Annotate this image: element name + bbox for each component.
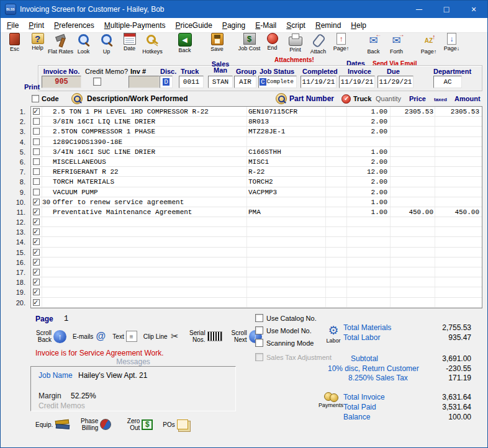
due-date-field[interactable]: 11/29/21 [377,76,413,88]
row-print-checkbox[interactable] [33,208,40,215]
row-print-checkbox[interactable] [33,259,40,266]
option-checkbox[interactable] [255,326,263,334]
row-print-checkbox[interactable] [33,238,40,245]
row-print-checkbox[interactable] [33,249,40,256]
row-print-checkbox[interactable] [33,148,40,155]
table-row[interactable] [31,287,482,297]
tool-button[interactable]: POs [163,419,188,429]
footer-button[interactable]: Serial Nos. [187,329,222,343]
table-row[interactable] [31,217,482,227]
toolbar-button[interactable]: Hotkeys [141,33,164,55]
truck-field[interactable]: 0011 [179,76,204,88]
option-checkbox[interactable] [255,353,263,361]
part-search-icon[interactable] [276,93,287,104]
table-row[interactable] [31,227,482,237]
row-print-checkbox[interactable] [33,168,40,175]
toolbar-button[interactable]: Esc [3,33,26,52]
toolbar-button[interactable]: Date [118,33,141,52]
table-row[interactable]: 3/4IN 16CI SUC LINE DRIER C166STHH 1.00 [31,147,482,157]
row-print-checkbox[interactable] [33,299,40,306]
toolbar-button[interactable]: Forth [385,33,408,55]
maximize-button[interactable]: □ [433,1,460,18]
footer-button[interactable]: Text [112,331,137,342]
table-row[interactable] [31,277,482,287]
row-print-checkbox[interactable] [33,269,40,276]
menu-item[interactable]: E-Mail [250,19,281,32]
row-print-checkbox[interactable] [33,118,40,125]
menu-item[interactable]: Preferences [49,19,99,32]
row-print-checkbox[interactable] [33,218,40,225]
table-row[interactable]: 3/8IN 16CI LIQ LINE DRIER 8R013 2.00 [31,117,482,127]
table-row[interactable] [31,267,482,277]
table-row[interactable] [31,237,482,247]
minimize-button[interactable]: ─ [405,1,433,18]
toolbar-button[interactable]: Page↓ [440,33,463,52]
tool-button[interactable]: Zero Out [121,418,153,431]
row-print-checkbox[interactable] [33,228,40,235]
toolbar-button[interactable]: End [261,33,284,51]
row-print-checkbox[interactable] [33,128,40,135]
tool-button[interactable]: Phase Billing [79,418,111,431]
menu-item[interactable]: Paging [217,19,250,32]
menu-item[interactable]: Script [281,19,310,32]
toolbar-button[interactable]: Look [72,33,95,55]
row-print-checkbox[interactable] [33,158,40,165]
toolbar-button[interactable]: Back [173,33,196,53]
invoice-date-field[interactable]: 11/19/21 [339,76,375,88]
payments-figure[interactable]: Payments [317,390,345,408]
table-row[interactable]: 30 Offer to renew service agreement 1.00 [31,197,482,207]
toolbar-button[interactable]: Help [26,33,49,51]
option-checkbox[interactable] [255,339,263,347]
table-row[interactable]: MISCELLANEOUS MISC1 2.00 [31,157,482,167]
table-row[interactable]: 2.5 TON 1 PH LEVEL 1RD COMPRESSOR R-22 G… [31,107,482,117]
close-button[interactable]: × [460,1,487,18]
credit-memo-checkbox[interactable] [93,78,101,86]
menu-item[interactable]: Print [24,19,49,32]
tool-button[interactable]: Equip. [35,419,70,430]
job-status-field[interactable]: C Complete [258,76,297,88]
table-row[interactable]: 1289C19DS1390-18E [31,137,482,147]
group-field[interactable]: AIR [234,76,256,88]
row-print-checkbox[interactable] [33,138,40,145]
toolbar-button[interactable]: Save [206,33,228,52]
department-field[interactable]: AC [433,76,462,88]
header-print-all-checkbox[interactable] [32,95,39,102]
row-print-checkbox[interactable] [33,279,40,285]
footer-button[interactable]: E-mails [73,331,106,342]
table-row[interactable] [31,298,482,308]
table-row[interactable]: Preventative Maintenance Agreement PMA 1… [31,207,482,217]
table-row[interactable]: VACUUM PUMP VACPMP3 2.00 [31,187,482,197]
table-row[interactable] [31,248,482,258]
table-row[interactable]: 2.5TON COMPRESSOR 1 PHASE MTZ28JE-1 2.00 [31,127,482,137]
inv-number-field[interactable] [129,76,160,88]
footer-button[interactable]: Scroll Back [33,329,66,343]
menu-item[interactable]: Help [346,19,371,32]
table-row[interactable] [31,258,482,267]
toolbar-button[interactable]: Up [95,33,118,55]
footer-button[interactable]: Clip Line [143,331,181,342]
menu-item[interactable]: File [2,19,24,32]
row-print-checkbox[interactable] [33,289,40,295]
toolbar-button[interactable]: Print [284,33,307,53]
row-print-checkbox[interactable] [33,108,40,115]
menu-item[interactable]: PriceGuide [170,19,217,32]
table-row[interactable]: TORCH MATERIALS TORCH2 2.00 [31,177,482,187]
row-print-checkbox[interactable] [33,189,40,195]
toolbar-button[interactable]: Job Cost [238,33,261,52]
table-row[interactable]: REFRIGERANT R 22 R-22 12.00 [31,167,482,177]
toolbar-button[interactable]: Attach [307,33,330,55]
menu-item[interactable]: Remind [310,19,346,32]
disc-field[interactable]: D [160,76,173,88]
salesman-field[interactable]: STAN [208,76,233,88]
menu-item[interactable]: Multiple-Payments [99,19,171,32]
labor-figure[interactable]: Labor [321,325,346,344]
toolbar-button[interactable]: Back [362,33,385,55]
completed-date-field[interactable]: 11/19/21 [300,76,337,88]
row-print-checkbox[interactable] [33,178,40,185]
toolbar-button[interactable]: Page↑ [417,33,440,55]
row-print-checkbox[interactable] [33,199,40,205]
description-search-icon[interactable] [71,93,83,104]
truck-verify-icon[interactable] [341,94,351,104]
toolbar-button[interactable]: Page↑ [330,33,353,52]
toolbar-button[interactable]: Flat Rates [49,33,72,55]
